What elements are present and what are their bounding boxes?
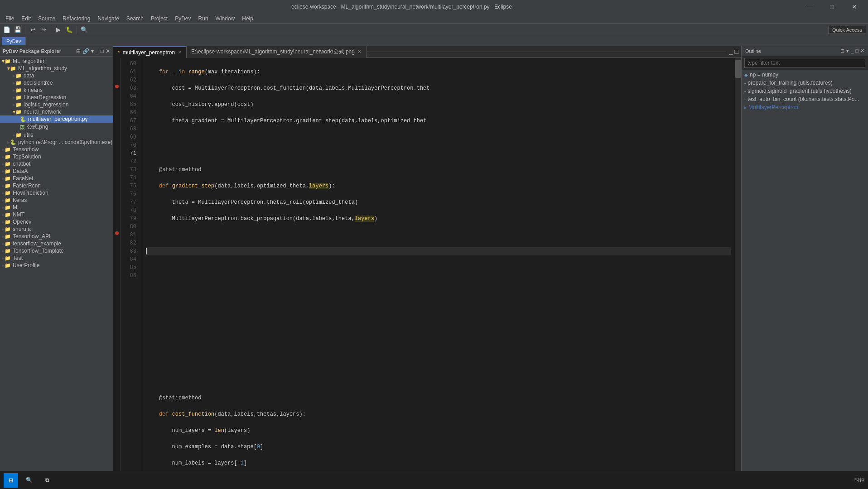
- outline-maximize-icon[interactable]: □: [855, 48, 858, 54]
- tree-item-python[interactable]: ▸ 🐍 python (e:\Progr ... conda3\python.e…: [0, 139, 113, 146]
- tab-close-button[interactable]: ✕: [357, 49, 362, 55]
- menu-pydev[interactable]: PyDev: [171, 14, 194, 23]
- view-menu-icon[interactable]: ▾: [91, 48, 94, 54]
- maximize-sidebar-icon[interactable]: □: [101, 48, 104, 54]
- code-editor[interactable]: 60 61 62 63 64 65 66 67 68 69 70 71 72 7…: [113, 58, 741, 489]
- tree-item-flowprediction[interactable]: ▸ 📁 FlowPrediction: [0, 189, 113, 197]
- menu-help[interactable]: Help: [238, 14, 257, 23]
- tree-item-dataa[interactable]: ▸ 📁 DataA: [0, 168, 113, 175]
- scroll-track[interactable]: [735, 58, 741, 489]
- pydev-perspective-tab[interactable]: PyDev: [2, 37, 26, 45]
- collapse-all-icon[interactable]: ⊟: [76, 48, 81, 54]
- tab-formula-png[interactable]: E:\eclipse-workspace\ML_algorithm_study\…: [187, 46, 366, 58]
- tree-item-chatbot[interactable]: ▸ 📁 chatbot: [0, 160, 113, 168]
- tree-item-kmeans[interactable]: ▸ 📁 kmeans: [0, 86, 113, 94]
- outline-close-icon[interactable]: ✕: [860, 48, 864, 54]
- menu-run[interactable]: Run: [195, 14, 212, 23]
- tree-item-label: Tensorflow_Template: [13, 248, 64, 254]
- tab-modified-indicator: *: [118, 49, 120, 56]
- outline-collapse-icon[interactable]: ⊟: [840, 48, 844, 54]
- menu-edit[interactable]: Edit: [18, 14, 34, 23]
- tree-item-decisiontree[interactable]: ▸ 📁 decisiontree: [0, 79, 113, 86]
- code-content[interactable]: for _ in range(max_iterations): cost = M…: [142, 58, 735, 489]
- tree-item-label: DataA: [13, 168, 28, 174]
- bp-row-64: [113, 91, 120, 99]
- editor-minimize-icon[interactable]: _: [729, 48, 733, 56]
- code-line-61: cost = MultilayerPerceptron.cost_functio…: [146, 84, 731, 92]
- tab-spacer: [366, 52, 726, 52]
- ln-83: 83: [123, 247, 139, 255]
- menu-refactoring[interactable]: Refactoring: [59, 14, 94, 23]
- outline-item-label: test_auto_bin_count (bkcharts.tests.stat…: [747, 96, 859, 102]
- tree-item-ml[interactable]: ▸ 📁 ML: [0, 204, 113, 211]
- tree-item-label: FaceNet: [13, 175, 33, 182]
- tree-item-tensorflow[interactable]: ▸ 📁 Tensorflow: [0, 146, 113, 153]
- quick-access-button[interactable]: Quick Access: [828, 26, 866, 34]
- editor-maximize-icon[interactable]: □: [735, 48, 738, 56]
- fn-icon: -: [744, 81, 746, 86]
- outline-minimize-icon[interactable]: _: [851, 48, 854, 54]
- outline-item-sigmoid[interactable]: - sigmoid,sigmoid_gradient (utils.hypoth…: [742, 87, 868, 95]
- tree-item-formula-png[interactable]: 🖼 公式.png: [0, 123, 113, 131]
- outline-item-numpy[interactable]: ◆ np = numpy: [742, 71, 868, 79]
- menu-source[interactable]: Source: [34, 14, 59, 23]
- debug-button[interactable]: 🐛: [64, 25, 74, 35]
- tree-item-shurufa[interactable]: ▸ 📁 shurufa: [0, 225, 113, 233]
- tree-item-tensorflow-template[interactable]: ▸ 📁 Tensorflow_Template: [0, 247, 113, 254]
- tree-item-topsolution[interactable]: ▸ 📁 TopSolution: [0, 153, 113, 160]
- menu-window[interactable]: Window: [212, 14, 239, 23]
- close-button[interactable]: ✕: [844, 0, 864, 14]
- outline-menu-icon[interactable]: ▾: [846, 48, 849, 54]
- tree-item-label: FlowPrediction: [13, 190, 48, 196]
- tree-item-label: Test: [13, 255, 23, 261]
- menu-file[interactable]: File: [2, 14, 18, 23]
- tree-item-multilayer-perceptron[interactable]: 🐍 multilayer_perceptron.py: [0, 115, 113, 123]
- outline-item-test-auto[interactable]: - test_auto_bin_count (bkcharts.tests.st…: [742, 95, 868, 103]
- tree-item-neural-network[interactable]: ▾ 📁 neural_network: [0, 108, 113, 115]
- tree-item-userprofile[interactable]: ▸ 📁 UserProfile: [0, 262, 113, 269]
- tab-close-button[interactable]: ✕: [178, 49, 182, 55]
- editor-controls: _ □: [726, 48, 741, 56]
- run-button[interactable]: ▶: [53, 25, 63, 35]
- search-taskbar-button[interactable]: 🔍: [22, 473, 36, 488]
- tab-multilayer-perceptron[interactable]: * multilayer_perceptron ✕: [113, 46, 187, 58]
- outline-item-prepare-training[interactable]: - prepare_for_training (utils.features): [742, 79, 868, 87]
- link-editor-icon[interactable]: 🔗: [82, 48, 89, 54]
- tree-item-data[interactable]: ▸ 📁 data: [0, 72, 113, 79]
- tree-item-linear-regression[interactable]: ▸ 📁 LinearRegression: [0, 94, 113, 101]
- tree-item-keras[interactable]: ▸ 📁 Keras: [0, 197, 113, 204]
- code-line-69: MultilayerPerceptron.back_propagation(da…: [146, 215, 731, 223]
- tree-item-test[interactable]: ▸ 📁 Test: [0, 254, 113, 262]
- undo-button[interactable]: ↩: [28, 25, 38, 35]
- tree-item-utils[interactable]: ▸ 📁 utils: [0, 131, 113, 139]
- outline-filter-input[interactable]: [744, 58, 865, 68]
- tree-item-fasterrcnn[interactable]: ▸ 📁 FasterRcnn: [0, 182, 113, 189]
- taskview-button[interactable]: ⧉: [40, 473, 54, 488]
- start-menu-button[interactable]: ⊞: [4, 473, 18, 488]
- maximize-button[interactable]: □: [822, 0, 842, 14]
- menu-navigate[interactable]: Navigate: [94, 14, 122, 23]
- editor-scrollbar[interactable]: [735, 58, 741, 489]
- menu-project[interactable]: Project: [147, 14, 171, 23]
- tree-item-logistic-regression[interactable]: ▸ 📁 logistic_regression: [0, 101, 113, 108]
- search-button[interactable]: 🔍: [79, 25, 89, 35]
- tree-item-tensorflow-example[interactable]: ▸ 📁 tensorflow_example: [0, 240, 113, 247]
- save-button[interactable]: 💾: [13, 25, 23, 35]
- minimize-button[interactable]: ─: [800, 0, 820, 14]
- code-line-73: [146, 280, 731, 288]
- tree-item-ml-algorithm-study[interactable]: ▾ 📁 ML_algorithm_study: [0, 65, 113, 72]
- tree-item-tensorflow-api[interactable]: ▸ 📁 Tensorflow_API: [0, 233, 113, 240]
- tree-item-opencv[interactable]: ▸ 📁 Opencv: [0, 218, 113, 225]
- editor-area: * multilayer_perceptron ✕ E:\eclipse-wor…: [113, 46, 741, 489]
- menu-search[interactable]: Search: [123, 14, 147, 23]
- close-sidebar-icon[interactable]: ✕: [106, 48, 110, 54]
- bp-row-61: [113, 66, 120, 74]
- outline-item-multilayer-perceptron-class[interactable]: ▸ MultilayerPerceptron: [742, 103, 868, 111]
- new-button[interactable]: 📄: [2, 25, 12, 35]
- redo-button[interactable]: ↪: [39, 25, 48, 35]
- tree-item-nmt[interactable]: ▸ 📁 NMT: [0, 211, 113, 218]
- tree-item-facenet[interactable]: ▸ 📁 FaceNet: [0, 175, 113, 182]
- minimize-sidebar-icon[interactable]: _: [96, 48, 99, 54]
- tree-item-ml-algorithm[interactable]: ▾ 📁 ML_algorithm: [0, 58, 113, 65]
- scroll-thumb[interactable]: [735, 60, 741, 78]
